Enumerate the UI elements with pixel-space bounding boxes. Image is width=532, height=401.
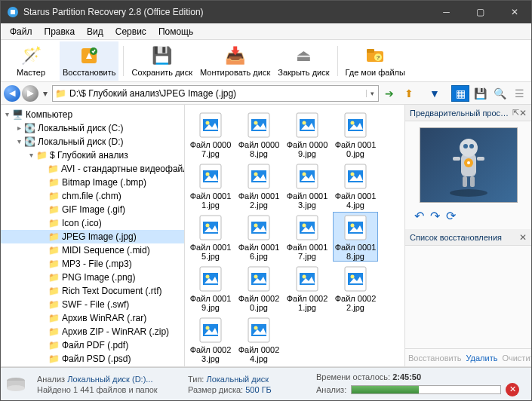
nav-history-dropdown[interactable]: ▾ xyxy=(40,85,51,102)
file-item[interactable]: Файл 00016.jpg xyxy=(236,212,281,262)
file-item[interactable]: Файл 00020.jpg xyxy=(236,263,281,313)
mount-disk-button[interactable]: 📥 Монтировать диск xyxy=(197,41,273,81)
menu-file[interactable]: Файл xyxy=(4,25,38,38)
status-found-line: Найдено 1 441 файлов и папок xyxy=(37,385,176,394)
toolbar-main: 🪄 Мастер Восстановить 💾 Сохранить диск 📥… xyxy=(1,40,531,82)
close-recovery-button[interactable]: ✕ xyxy=(519,232,527,243)
tree-local-c[interactable]: ▸ 💽 Локальный диск (C:) xyxy=(1,121,184,135)
file-item[interactable]: Файл 00012.jpg xyxy=(236,161,281,210)
tree-folder-item[interactable]: 📁Файл PSD (.psd) xyxy=(1,352,184,366)
file-name: Файл 00016.jpg xyxy=(237,243,281,261)
file-item[interactable]: Файл 00010.jpg xyxy=(333,109,378,159)
close-panel-button[interactable]: ✕ xyxy=(519,108,527,118)
status-disk-icon xyxy=(1,373,31,396)
minimize-button[interactable]: ─ xyxy=(429,1,463,23)
svg-point-16 xyxy=(303,121,306,125)
tree-folder-item[interactable]: 📁AVI - стандартные видеофайл xyxy=(1,162,184,176)
file-item[interactable]: Файл 00018.jpg xyxy=(333,212,378,262)
save-session-button[interactable]: 💾 xyxy=(471,85,489,102)
file-list[interactable]: Файл 00007.jpgФайл 00008.jpgФайл 00009.j… xyxy=(185,105,404,366)
file-item[interactable]: Файл 00013.jpg xyxy=(284,161,330,210)
recovery-delete-action[interactable]: Удалить xyxy=(466,354,497,363)
where-files-button[interactable]: ? Где мои файлы xyxy=(343,41,408,81)
file-item[interactable]: Файл 00017.jpg xyxy=(284,212,330,262)
svg-point-66 xyxy=(469,144,474,148)
collapse-icon[interactable]: ▾ xyxy=(26,148,35,162)
close-disk-button[interactable]: ⏏ Закрыть диск xyxy=(275,41,332,81)
menu-view[interactable]: Вид xyxy=(81,25,109,38)
tree-folder-item[interactable]: 📁Файл PDF (.pdf) xyxy=(1,338,184,352)
file-item[interactable]: Файл 00023.jpg xyxy=(188,314,233,364)
file-name: Файл 00011.jpg xyxy=(189,191,232,210)
svg-rect-69 xyxy=(453,157,460,161)
file-item[interactable]: Файл 00019.jpg xyxy=(188,263,233,313)
tree-folder-item[interactable]: 📁Архив WinRAR (.rar) xyxy=(1,311,184,325)
up-button[interactable]: ⬆ xyxy=(400,85,418,102)
refresh-button[interactable]: ⟳ xyxy=(446,209,456,223)
preview-title: Предварительный просмотр xyxy=(410,109,509,118)
tree-folder-item[interactable]: 📁MIDI Sequence (.mid) xyxy=(1,243,184,257)
address-bar[interactable]: 📁 D:\$ Глубокий анализ\JPEG Image (.jpg)… xyxy=(52,85,379,102)
go-button[interactable]: ➔ xyxy=(380,85,398,102)
file-item[interactable]: Файл 00011.jpg xyxy=(188,161,233,210)
tree-folder-item[interactable]: 📁Icon (.ico) xyxy=(1,216,184,230)
view-mode-button[interactable]: ▦ xyxy=(451,85,469,102)
file-item[interactable]: Файл 00021.jpg xyxy=(284,263,330,313)
file-item[interactable]: Файл 00015.jpg xyxy=(188,212,233,262)
tree-folder-item[interactable]: 📁chm.file (.chm) xyxy=(1,189,184,203)
file-item[interactable]: Файл 00014.jpg xyxy=(333,161,378,210)
drive-icon: 💽 xyxy=(23,135,35,148)
nav-back-button[interactable]: ◀ xyxy=(4,85,20,102)
rotate-right-button[interactable]: ↷ xyxy=(430,209,440,223)
menu-help[interactable]: Помощь xyxy=(152,25,199,38)
preview-body: ↶ ↷ ⟳ xyxy=(405,121,531,229)
collapse-icon[interactable]: ▾ xyxy=(2,108,11,121)
file-item[interactable]: Файл 00009.jpg xyxy=(284,109,330,159)
folder-tree[interactable]: ▾ 🖥️ Компьютер ▸ 💽 Локальный диск (C:) ▾… xyxy=(1,105,185,366)
wizard-button[interactable]: 🪄 Мастер xyxy=(4,41,58,81)
save-disk-button[interactable]: 💾 Сохранить диск xyxy=(128,41,195,81)
recovery-list-title: Список восстановления xyxy=(410,233,519,242)
recovery-list[interactable] xyxy=(405,246,531,348)
tree-item-label: MP3 - File (.mp3) xyxy=(62,257,132,271)
file-item[interactable]: Файл 00008.jpg xyxy=(236,109,281,159)
stop-analysis-button[interactable]: ✕ xyxy=(506,383,519,396)
address-dropdown[interactable]: ▾ xyxy=(366,90,378,97)
collapse-icon[interactable]: ▾ xyxy=(14,135,23,148)
file-name: Файл 00010.jpg xyxy=(334,140,377,158)
options-button[interactable]: ☰ xyxy=(510,85,528,102)
close-button[interactable]: ✕ xyxy=(497,1,531,23)
tree-folder-item[interactable]: 📁PNG Image (.png) xyxy=(1,271,184,284)
tree-local-d[interactable]: ▾ 💽 Локальный диск (D:) xyxy=(1,135,184,148)
tree-deep-analysis[interactable]: ▾ 📁 $ Глубокий анализ xyxy=(1,148,184,162)
search-button[interactable]: 🔍 xyxy=(490,85,509,102)
menu-service[interactable]: Сервис xyxy=(109,25,152,38)
tree-folder-item[interactable]: 📁Архив ZIP - WinRAR (.zip) xyxy=(1,325,184,338)
tree-folder-item[interactable]: 📁JPEG Image (.jpg) xyxy=(1,230,184,243)
tree-folder-item[interactable]: 📁MP3 - File (.mp3) xyxy=(1,257,184,271)
svg-rect-70 xyxy=(477,157,484,161)
app-window: Starus Partition Recovery 2.8 (Office Ed… xyxy=(0,0,532,401)
file-item[interactable]: Файл 00007.jpg xyxy=(188,109,233,159)
tree-folder-item[interactable]: 📁Rich Text Document (.rtf) xyxy=(1,284,184,298)
svg-point-65 xyxy=(463,144,468,148)
menu-edit[interactable]: Правка xyxy=(38,25,81,38)
recovery-clear-action: Очистить xyxy=(502,354,531,363)
image-file-icon xyxy=(197,317,224,344)
pin-icon[interactable]: ⇱ xyxy=(512,108,519,118)
expand-icon[interactable]: ▸ xyxy=(14,121,23,135)
tree-computer[interactable]: ▾ 🖥️ Компьютер xyxy=(1,108,184,121)
nav-forward-button[interactable]: ▶ xyxy=(22,85,38,102)
file-item[interactable]: Файл 00024.jpg xyxy=(236,314,281,364)
tree-folder-item[interactable]: 📁GIF Image (.gif) xyxy=(1,203,184,216)
rotate-left-button[interactable]: ↶ xyxy=(414,209,424,223)
tree-folder-item[interactable]: 📁Bitmap Image (.bmp) xyxy=(1,176,184,189)
filter-button[interactable]: ▼ xyxy=(426,85,444,102)
svg-point-46 xyxy=(206,275,210,279)
tree-folder-item[interactable]: 📁SWF - File (.swf) xyxy=(1,298,184,311)
file-item[interactable]: Файл 00022.jpg xyxy=(333,263,378,313)
file-name: Файл 00017.jpg xyxy=(285,243,329,261)
maximize-button[interactable]: ▢ xyxy=(463,1,497,23)
recover-button[interactable]: Восстановить xyxy=(60,41,118,81)
tree-item-label: PNG Image (.png) xyxy=(62,271,135,284)
